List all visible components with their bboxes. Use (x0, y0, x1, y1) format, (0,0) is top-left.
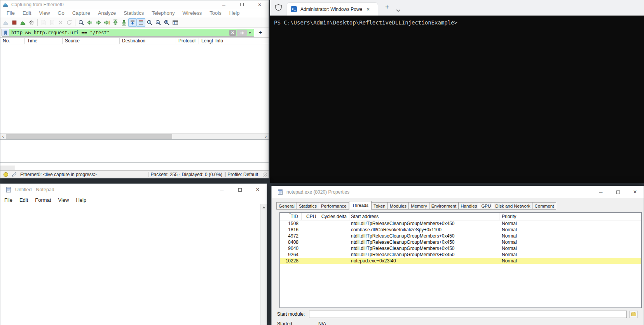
tab-general[interactable]: General (276, 202, 297, 210)
filter-text[interactable]: http && http.request.uri == "/test" (9, 30, 229, 35)
browse-start-module-button[interactable] (629, 311, 638, 318)
terminal-tab[interactable]: >_ Administrator: Windows Powe × (287, 3, 378, 16)
column-header-destination[interactable]: Destination (120, 38, 176, 44)
close-button[interactable]: × (251, 0, 269, 9)
menu-item-telephony[interactable]: Telephony (148, 10, 178, 16)
menu-item-tools[interactable]: Tools (206, 10, 225, 16)
terminal-output[interactable]: PS C:\Users\Admin\Desktop\ReflectiveDLLI… (270, 16, 644, 26)
column-header-priority[interactable]: Priority (499, 213, 530, 220)
resize-columns-icon[interactable] (171, 18, 180, 27)
menu-item-help[interactable]: Help (225, 10, 244, 16)
scroll-right-icon[interactable]: › (263, 134, 269, 139)
scroll-up-icon[interactable] (262, 206, 265, 208)
notepad-text-area[interactable] (0, 204, 267, 325)
tab-environment[interactable]: Environment (429, 202, 459, 210)
tab-comment[interactable]: Comment (532, 202, 556, 210)
menu-item-view[interactable]: View (55, 197, 73, 203)
filter-apply-icon[interactable]: ➜ (237, 30, 247, 36)
scroll-left-icon[interactable]: ‹ (0, 134, 6, 139)
column-header-time[interactable]: Time (25, 38, 63, 44)
horizontal-scrollbar[interactable]: ‹ › (0, 133, 269, 139)
thread-row[interactable]: 9040ntdll.dll!TpReleaseCleanupGroupMembe… (280, 245, 641, 252)
reload-file-icon[interactable] (65, 18, 73, 27)
menu-item-view[interactable]: View (35, 10, 54, 16)
tab-memory[interactable]: Memory (409, 202, 429, 210)
menu-item-wireless[interactable]: Wireless (178, 10, 206, 16)
minimize-button[interactable]: – (213, 184, 231, 196)
menu-item-edit[interactable]: Edit (16, 197, 31, 203)
tab-close-icon[interactable]: × (364, 6, 372, 12)
packet-list-pane[interactable] (0, 44, 269, 133)
tab-gpu[interactable]: GPU (479, 202, 493, 210)
menu-item-file[interactable]: File (1, 197, 16, 203)
capture-options-icon[interactable] (27, 18, 36, 27)
thread-row[interactable]: 10228notepad.exe+0x23f40Normal (280, 258, 641, 264)
column-header-start-address[interactable]: Start address (349, 213, 499, 220)
column-header-cpu[interactable]: CPU (302, 213, 317, 220)
tab-performance[interactable]: Performance (319, 202, 349, 210)
filter-bookmark-icon[interactable] (2, 29, 9, 36)
tab-disk-and-network[interactable]: Disk and Network (493, 202, 532, 210)
maximize-button[interactable] (233, 0, 251, 9)
goto-packet-icon[interactable] (103, 18, 111, 27)
find-packet-icon[interactable] (77, 18, 86, 27)
menu-item-format[interactable]: Format (31, 197, 54, 203)
expert-info-icon[interactable] (11, 171, 17, 177)
thread-row[interactable]: 9264ntdll.dll!TpReleaseCleanupGroupMembe… (280, 252, 641, 258)
filter-add-button[interactable]: + (257, 29, 264, 37)
packet-bytes-tab[interactable] (0, 166, 15, 170)
tab-statistics[interactable]: Statistics (297, 202, 319, 210)
column-header-length[interactable]: Length (199, 38, 213, 44)
filter-dropdown-icon[interactable] (248, 32, 251, 34)
column-header-tid[interactable]: TID^ (280, 213, 302, 220)
zoom-reset-icon[interactable]: = (162, 18, 171, 27)
column-header-source[interactable]: Source (63, 38, 120, 44)
start-capture-icon[interactable] (2, 18, 10, 27)
menu-item-go[interactable]: Go (54, 10, 68, 16)
packet-bytes-pane[interactable] (0, 162, 269, 170)
maximize-button[interactable] (609, 186, 627, 198)
menu-item-help[interactable]: Help (72, 197, 90, 203)
packet-details-pane[interactable] (0, 139, 269, 162)
column-header-protocol[interactable]: Protocol (176, 38, 199, 44)
column-header-no[interactable]: No. (0, 38, 25, 44)
column-header-info[interactable]: Info (213, 38, 269, 44)
colorize-icon[interactable] (137, 18, 145, 27)
menu-item-capture[interactable]: Capture (68, 10, 94, 16)
thread-row[interactable]: 1508ntdll.dll!TpReleaseCleanupGroupMembe… (280, 220, 641, 227)
menu-item-analyze[interactable]: Analyze (94, 10, 120, 16)
tab-dropdown-icon[interactable] (396, 7, 400, 14)
previous-packet-icon[interactable] (86, 18, 94, 27)
display-filter-input[interactable]: http && http.request.uri == "/test" ✕ ➜ (2, 29, 254, 37)
restart-capture-icon[interactable] (19, 18, 27, 27)
close-button[interactable]: × (249, 184, 267, 196)
tab-threads[interactable]: Threads (349, 201, 372, 210)
thread-row[interactable]: 8408ntdll.dll!TpReleaseCleanupGroupMembe… (280, 239, 641, 245)
maximize-button[interactable] (231, 184, 249, 196)
last-packet-icon[interactable] (120, 18, 128, 27)
first-packet-icon[interactable] (111, 18, 120, 27)
next-packet-icon[interactable] (94, 18, 103, 27)
menu-item-statistics[interactable]: Statistics (120, 10, 148, 16)
zoom-out-icon[interactable]: − (154, 18, 162, 27)
new-tab-button[interactable]: + (383, 3, 391, 11)
profile-text[interactable]: Profile: Default (227, 172, 258, 177)
close-file-icon[interactable] (56, 18, 65, 27)
scrollbar-thumb[interactable] (6, 134, 172, 139)
save-file-icon[interactable] (48, 18, 56, 27)
resize-grip[interactable] (263, 172, 267, 176)
zoom-in-icon[interactable]: + (145, 18, 154, 27)
auto-scroll-icon[interactable] (128, 18, 137, 27)
filter-clear-icon[interactable]: ✕ (229, 30, 236, 36)
thread-row[interactable]: 1816combase.dll!CoRevokeInitializeSpy+0x… (280, 227, 641, 233)
start-module-input[interactable] (309, 311, 627, 318)
minimize-button[interactable]: – (215, 0, 233, 9)
menu-item-file[interactable]: File (3, 10, 19, 16)
thread-row[interactable]: 4972ntdll.dll!TpReleaseCleanupGroupMembe… (280, 233, 641, 239)
minimize-button[interactable]: – (592, 186, 609, 198)
column-header-cycles-delta[interactable]: Cycles delta (317, 213, 349, 220)
menu-item-edit[interactable]: Edit (19, 10, 35, 16)
stop-capture-icon[interactable] (10, 18, 19, 27)
vertical-scrollbar[interactable] (260, 204, 267, 325)
open-file-icon[interactable] (39, 18, 48, 27)
